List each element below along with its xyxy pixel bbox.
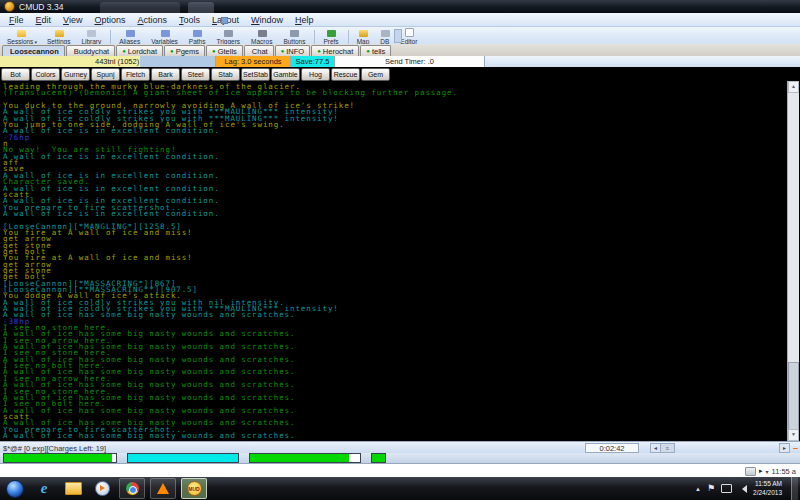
session-tab[interactable]: ● Herochat xyxy=(311,45,359,56)
action-center-flag-icon[interactable]: ⚑ xyxy=(707,484,715,493)
session-tab-label: tells xyxy=(372,47,385,56)
hscrollbar-thumb[interactable]: ≡ xyxy=(660,443,675,453)
menu-item[interactable]: View xyxy=(57,15,88,25)
session-tab[interactable]: ● Lordchat xyxy=(116,45,163,56)
macro-button[interactable]: Steel xyxy=(181,68,210,81)
toolbar-button[interactable]: Variables xyxy=(146,30,184,45)
menu-item[interactable]: Actions xyxy=(131,15,173,25)
macro-button[interactable]: Gurney xyxy=(61,68,90,81)
cmud-taskbar-icon[interactable]: MUD xyxy=(181,478,207,499)
menu-item[interactable]: Edit xyxy=(30,15,58,25)
toolbar-button[interactable]: Library xyxy=(76,30,107,45)
vital-gauge: 4345/4525 H xyxy=(3,453,117,463)
network-icon[interactable] xyxy=(721,484,732,493)
tnl-gauge-label: 443tnl (1052) xyxy=(95,57,139,66)
toolbar-button[interactable]: Macros xyxy=(246,30,278,45)
session-tab-label: Pgems xyxy=(176,47,199,56)
lag-gauge-label: Lag: 3.0 seconds xyxy=(224,57,281,66)
terminal-line: A wall of ice has some big nasty wounds … xyxy=(3,433,786,439)
hscroll-right-arrow-icon[interactable]: ► xyxy=(779,443,790,453)
menu-item[interactable]: Window xyxy=(245,15,289,25)
macro-button[interactable]: Colors xyxy=(31,68,60,81)
menu-item[interactable]: File xyxy=(3,15,30,25)
session-timer: 0:02:42 xyxy=(585,443,639,453)
library-icon xyxy=(87,30,96,37)
gauge-row: 443tnl (1052) Lag: 3.0 seconds Save:77.5… xyxy=(0,56,800,67)
terminal-scrollbar[interactable]: ▲ ▼ xyxy=(787,81,799,441)
menu-item[interactable]: Tools xyxy=(173,15,206,25)
macro-button[interactable]: SetStab xyxy=(241,68,270,81)
macro-button-row: BotColorsGurneySpunjFletchBarkSteelStabS… xyxy=(0,67,800,81)
volume-icon[interactable] xyxy=(738,485,747,493)
mud-output-terminal: leading through the murky blue-darkness … xyxy=(0,81,800,444)
menu-grip xyxy=(221,17,228,24)
session-tab[interactable]: Chat xyxy=(244,45,274,56)
input-row-right: ▸ ▾ 11:55 a xyxy=(745,467,800,476)
toolbar-button[interactable]: Aliases xyxy=(110,30,146,45)
buttons-icon xyxy=(290,30,299,37)
macro-button[interactable]: Bot xyxy=(1,68,30,81)
toolbar-button[interactable]: Buttons xyxy=(278,30,311,45)
taskbar-app-glyph xyxy=(95,481,110,496)
session-tab[interactable]: ● Pgems xyxy=(164,45,205,56)
vital-gauge: -/- H xyxy=(371,453,386,463)
chrome-icon[interactable] xyxy=(119,478,145,499)
taskbar-clock[interactable]: 11:55 AM 2/24/2013 xyxy=(753,480,782,498)
session-tab[interactable]: ● Gtells xyxy=(206,45,243,56)
explorer-icon[interactable] xyxy=(61,479,85,498)
toolbar-button[interactable]: Sessions▾ xyxy=(2,30,42,45)
activity-dot-icon: ● xyxy=(170,48,174,54)
menu-item[interactable]: Options xyxy=(88,15,131,25)
macro-button[interactable]: Hog xyxy=(301,68,330,81)
toolbar-button[interactable]: Paths xyxy=(184,30,212,45)
sessions-icon xyxy=(17,30,26,37)
macro-button[interactable]: Gamble xyxy=(271,68,300,81)
start-orb-icon[interactable] xyxy=(3,479,27,498)
tnl-gauge: 443tnl (1052) xyxy=(0,56,216,67)
tray-chevron-up-icon[interactable]: ▲ xyxy=(695,486,701,492)
editor-icon xyxy=(405,28,414,37)
vital-gauge-fill xyxy=(372,454,385,462)
macro-button[interactable]: Rescue xyxy=(331,68,360,81)
activity-dot-icon: ● xyxy=(317,48,321,54)
toolbar-button[interactable]: Settings xyxy=(42,30,77,45)
session-tab[interactable]: ● INFO xyxy=(275,45,311,56)
toolbar-overflow-grip[interactable] xyxy=(394,29,402,43)
macro-button[interactable]: Spunj xyxy=(91,68,120,81)
toolbar-button[interactable]: Prefs xyxy=(314,30,344,45)
scroll-up-arrow-icon[interactable]: ▲ xyxy=(788,81,799,93)
chevron-down-icon[interactable]: ▾ xyxy=(766,468,769,475)
taskbar-app-glyph xyxy=(126,482,139,495)
wmp-icon[interactable] xyxy=(90,479,114,498)
macro-button[interactable]: Bark xyxy=(151,68,180,81)
command-input[interactable] xyxy=(0,464,745,478)
activity-dot-icon: ● xyxy=(281,48,285,54)
session-tab[interactable]: Buddychat xyxy=(66,45,115,56)
variables-icon xyxy=(161,30,170,37)
scrollbar-thumb[interactable] xyxy=(788,362,799,430)
session-tab[interactable]: ● tells xyxy=(360,45,391,56)
command-input-row: ▸ ▾ 11:55 a xyxy=(0,463,800,478)
macro-button[interactable]: Fletch xyxy=(121,68,150,81)
vital-gauge-fill xyxy=(128,454,238,462)
minimize-pane-icon[interactable]: – xyxy=(793,443,798,453)
vital-gauge: 4266/4762 MV xyxy=(249,453,361,463)
toolbar-button[interactable]: Map xyxy=(348,30,376,45)
macro-button[interactable]: Gem xyxy=(361,68,390,81)
macro-button[interactable]: Stab xyxy=(211,68,240,81)
menu-item[interactable]: Help xyxy=(289,15,320,25)
save-gauge: Save:77.5 xyxy=(291,56,335,67)
toolbar-button[interactable]: Triggers xyxy=(211,30,246,45)
toolbar-button[interactable]: DB xyxy=(375,30,395,45)
inactive-window-ghost xyxy=(100,2,180,13)
session-tab-label: Herochat xyxy=(323,47,353,56)
session-tab[interactable]: Loosecannon xyxy=(2,45,65,56)
ie-icon[interactable]: e xyxy=(32,479,56,498)
taskbar-app-glyph xyxy=(157,483,169,494)
printer-icon[interactable] xyxy=(745,467,756,476)
input-clock-text: 11:55 a xyxy=(772,467,796,476)
scroll-down-arrow-icon[interactable]: ▼ xyxy=(788,429,799,441)
vlc-icon[interactable] xyxy=(150,478,176,499)
activity-dot-icon: ● xyxy=(212,48,216,54)
show-desktop-button[interactable] xyxy=(791,477,798,500)
